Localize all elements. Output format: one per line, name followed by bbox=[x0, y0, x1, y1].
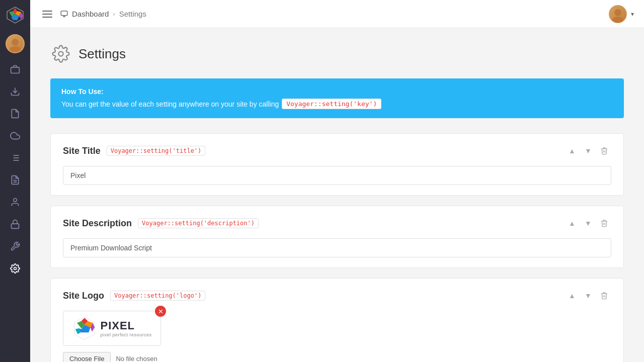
sidebar-item-download[interactable] bbox=[6, 82, 24, 101]
user-menu-caret[interactable]: ▾ bbox=[631, 11, 634, 18]
setting-title-site-description: Site Description bbox=[63, 218, 132, 229]
sidebar-item-tools[interactable] bbox=[6, 237, 24, 255]
move-down-site-title[interactable]: ▼ bbox=[581, 144, 595, 158]
svg-rect-19 bbox=[61, 11, 67, 16]
breadcrumb-current: Settings bbox=[119, 10, 146, 18]
pixel-logo-main-text: PIXEL bbox=[100, 319, 151, 332]
setting-card-title-group-site-logo: Site Logo Voyager::setting('logo') bbox=[63, 291, 205, 301]
page-title: Settings bbox=[78, 46, 126, 62]
main-area: Dashboard › Settings ▾ Settings Ho bbox=[30, 0, 644, 362]
move-down-site-description[interactable]: ▼ bbox=[581, 216, 595, 230]
svg-point-16 bbox=[14, 199, 17, 202]
sidebar-item-doc[interactable] bbox=[6, 171, 24, 189]
svg-point-18 bbox=[14, 267, 17, 270]
sidebar-item-users[interactable] bbox=[6, 193, 24, 211]
delete-site-description[interactable] bbox=[597, 216, 611, 230]
move-down-site-logo[interactable]: ▼ bbox=[581, 289, 595, 303]
info-code-snippet: Voyager::setting('key') bbox=[282, 99, 381, 109]
move-up-site-description[interactable]: ▲ bbox=[565, 216, 579, 230]
setting-card-site-description: Site Description Voyager::setting('descr… bbox=[50, 206, 624, 268]
menu-toggle-button[interactable] bbox=[40, 9, 54, 20]
sidebar-item-briefcase[interactable] bbox=[6, 60, 24, 78]
topbar-user-avatar[interactable] bbox=[609, 5, 627, 23]
setting-code-site-description: Voyager::setting('description') bbox=[138, 218, 259, 228]
setting-card-site-title: Site Title Voyager::setting('title') ▲ ▼ bbox=[50, 133, 624, 196]
breadcrumb: Dashboard › Settings bbox=[60, 10, 146, 18]
logo-preview: PIXEL pixel perfect resources bbox=[63, 311, 161, 346]
sidebar-item-lock[interactable] bbox=[6, 215, 24, 233]
delete-site-logo[interactable] bbox=[597, 289, 611, 303]
page-content: Settings How To Use: You can get the val… bbox=[30, 28, 644, 362]
site-description-input[interactable] bbox=[63, 238, 611, 257]
sidebar-item-settings[interactable] bbox=[6, 259, 24, 278]
breadcrumb-home[interactable]: Dashboard bbox=[60, 10, 109, 18]
page-header-icon bbox=[50, 43, 71, 64]
delete-site-title[interactable] bbox=[597, 144, 611, 158]
setting-actions-site-logo: ▲ ▼ bbox=[565, 289, 611, 303]
sidebar-item-list[interactable] bbox=[6, 149, 24, 167]
topbar: Dashboard › Settings ▾ bbox=[30, 0, 644, 28]
setting-card-site-logo: Site Logo Voyager::setting('logo') ▲ ▼ bbox=[50, 278, 624, 362]
setting-actions-site-title: ▲ ▼ bbox=[565, 144, 611, 158]
page-header: Settings bbox=[50, 43, 624, 64]
setting-card-title-group-site-title: Site Title Voyager::setting('title') bbox=[63, 146, 205, 156]
sidebar bbox=[0, 0, 30, 362]
setting-title-site-logo: Site Logo bbox=[63, 291, 104, 301]
sidebar-user-avatar[interactable] bbox=[6, 34, 25, 53]
topbar-right: ▾ bbox=[609, 5, 634, 23]
setting-code-site-title: Voyager::setting('title') bbox=[107, 146, 206, 156]
setting-card-header-site-title: Site Title Voyager::setting('title') ▲ ▼ bbox=[63, 144, 611, 158]
setting-card-title-group-site-description: Site Description Voyager::setting('descr… bbox=[63, 218, 259, 229]
logo-remove-button[interactable]: ✕ bbox=[155, 306, 166, 317]
setting-card-header-site-description: Site Description Voyager::setting('descr… bbox=[63, 216, 611, 230]
logo-preview-wrapper: PIXEL pixel perfect resources ✕ bbox=[63, 311, 161, 346]
svg-rect-6 bbox=[11, 67, 20, 73]
pixel-logo-sub-text: pixel perfect resources bbox=[100, 332, 151, 337]
file-input-row: Choose File No file chosen bbox=[63, 352, 611, 362]
sidebar-item-cloud[interactable] bbox=[6, 127, 24, 145]
move-up-site-title[interactable]: ▲ bbox=[565, 144, 579, 158]
setting-actions-site-description: ▲ ▼ bbox=[565, 216, 611, 230]
sidebar-logo bbox=[5, 5, 25, 25]
breadcrumb-separator: › bbox=[113, 10, 115, 18]
setting-card-header-site-logo: Site Logo Voyager::setting('logo') ▲ ▼ bbox=[63, 289, 611, 303]
svg-point-22 bbox=[59, 52, 63, 56]
file-chosen-label: No file chosen bbox=[116, 355, 157, 362]
info-box-title: How To Use: bbox=[61, 87, 613, 96]
sidebar-item-file[interactable] bbox=[6, 105, 24, 123]
info-box-text: You can get the value of each setting an… bbox=[61, 99, 613, 109]
site-title-input[interactable] bbox=[63, 166, 611, 185]
choose-file-button[interactable]: Choose File bbox=[63, 352, 111, 362]
setting-code-site-logo: Voyager::setting('logo') bbox=[110, 291, 205, 301]
svg-rect-17 bbox=[12, 224, 19, 228]
move-up-site-logo[interactable]: ▲ bbox=[565, 289, 579, 303]
info-box: How To Use: You can get the value of eac… bbox=[50, 78, 624, 118]
setting-title-site-title: Site Title bbox=[63, 146, 101, 156]
